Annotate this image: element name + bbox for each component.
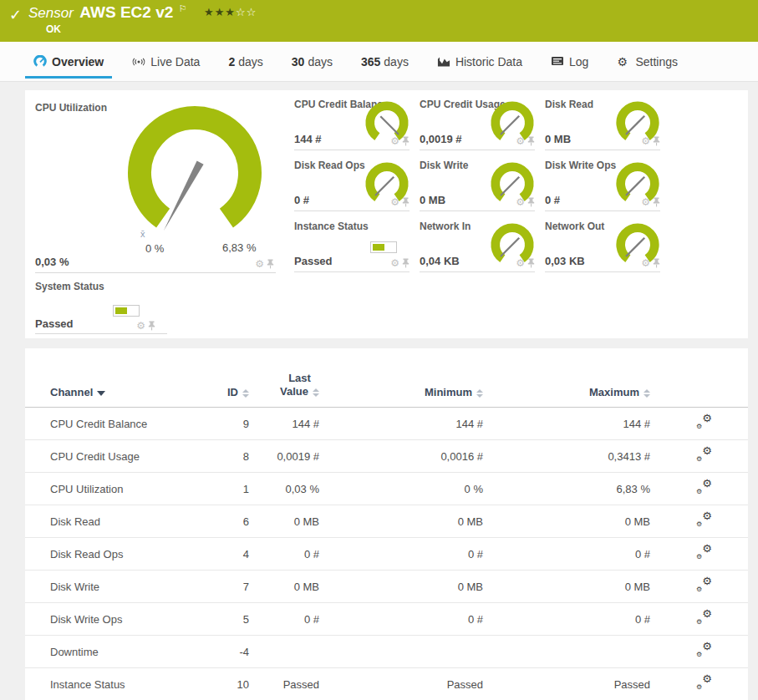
pin-icon[interactable] [148, 321, 155, 331]
rating-star-filled[interactable]: ★ [215, 6, 226, 18]
channel-name: Downtime [25, 636, 217, 668]
column-header-id[interactable]: ID [217, 372, 255, 408]
channel-id: 5 [217, 603, 255, 636]
rating-star-empty[interactable]: ☆ [247, 6, 257, 18]
gauge-title: System Status [35, 281, 104, 292]
tab-bar: OverviewLive Data2days30days365daysHisto… [0, 42, 758, 82]
gear-icon[interactable]: ⚙ [390, 197, 399, 207]
ok-check-icon: ✓ [9, 6, 22, 24]
flag-icon[interactable]: ⚐ [179, 3, 187, 13]
column-header-maximum[interactable]: Maximum [489, 372, 656, 408]
channel-settings-icon[interactable]: ⚙⚙ [696, 480, 712, 495]
tab-30-days[interactable]: 30days [283, 42, 341, 81]
status-bar-indicator [113, 305, 140, 317]
channel-maximum: 0 # [489, 603, 656, 636]
tab-label: Historic Data [455, 55, 522, 68]
table-row: Disk Read Ops40 #0 #0 #⚙⚙ [25, 538, 748, 571]
gauge-title: Disk Read [545, 99, 593, 110]
live-data-icon [132, 55, 145, 68]
gear-icon[interactable]: ⚙ [516, 136, 525, 146]
gear-icon[interactable]: ⚙ [255, 259, 264, 269]
tab-overview[interactable]: Overview [25, 42, 112, 81]
channel-settings-icon[interactable]: ⚙⚙ [696, 415, 712, 429]
tab-log[interactable]: Log [542, 42, 597, 81]
pin-icon[interactable] [402, 258, 410, 268]
sort-icon [242, 389, 249, 398]
gauge-panel-disk-read: Disk Read0 MB⚙ [545, 99, 660, 150]
sort-icon [644, 389, 650, 398]
channel-last-value [255, 636, 325, 668]
table-row: Downtime-4⚙⚙ [25, 636, 748, 668]
gauge-value: Passed [35, 317, 74, 330]
sort-icon [313, 388, 319, 397]
gauge-title: Disk Read Ops [294, 160, 365, 171]
column-header-channel[interactable]: Channel [25, 372, 217, 408]
channels-table: Channel ID Last Value Minimum Maximum [25, 372, 748, 700]
channel-id: 9 [217, 408, 255, 440]
gauge-value: 0 MB [420, 194, 445, 206]
pin-icon[interactable] [267, 259, 274, 269]
rating-star-filled[interactable]: ★ [204, 6, 215, 18]
pin-icon[interactable] [527, 197, 535, 207]
gear-icon[interactable]: ⚙ [516, 197, 525, 207]
tab-365-days[interactable]: 365days [353, 42, 417, 81]
tab-historic-data[interactable]: Historic Data [429, 42, 531, 81]
table-row: CPU Credit Balance9144 #144 #144 #⚙⚙ [25, 408, 748, 440]
column-header-minimum[interactable]: Minimum [325, 372, 489, 408]
channel-id: 4 [217, 538, 255, 571]
column-header-last-value[interactable]: Last Value [255, 372, 325, 408]
channel-name: CPU Utilization [25, 473, 217, 505]
gauge-panel-system-status: System Status Passed ⚙ [35, 281, 167, 334]
overview-gauges-card: CPU Utilization x̄ 0 % 6,83 % 0,03 % ⚙ C… [25, 90, 748, 338]
gauge-title: Network Out [545, 221, 604, 232]
channel-last-value: 0 MB [255, 505, 325, 538]
channel-settings-icon[interactable]: ⚙⚙ [696, 643, 712, 657]
sensor-name: AWS EC2 v2 [79, 3, 173, 21]
channel-maximum: 6,83 % [489, 473, 656, 505]
pin-icon[interactable] [402, 136, 410, 146]
channel-settings-icon[interactable]: ⚙⚙ [696, 676, 712, 690]
gear-icon[interactable]: ⚙ [641, 197, 650, 207]
sort-icon [476, 389, 483, 398]
pin-icon[interactable] [653, 136, 660, 146]
rating-star-empty[interactable]: ☆ [236, 6, 247, 18]
gauge-panel-instance-status: Instance StatusPassed⚙ [294, 221, 410, 272]
channel-last-value: 0,0019 # [255, 440, 325, 473]
pin-icon[interactable] [527, 136, 535, 146]
gear-icon[interactable]: ⚙ [136, 321, 145, 331]
tab-label: days [384, 55, 409, 68]
table-row: Disk Write Ops50 #0 #0 #⚙⚙ [25, 603, 748, 636]
sort-desc-icon [97, 391, 105, 396]
panel-actions: ⚙ [516, 136, 535, 146]
rating-star-filled[interactable]: ★ [225, 6, 236, 18]
gear-icon[interactable]: ⚙ [641, 136, 650, 146]
channel-id: 8 [217, 440, 255, 473]
prtg-sensor-page: ✓ Sensor AWS EC2 v2 ⚐ ★★★☆☆ OK OverviewL… [0, 0, 758, 700]
channel-last-value: 0,03 % [255, 473, 325, 505]
pin-icon[interactable] [402, 197, 410, 207]
tab-2-days[interactable]: 2days [220, 42, 271, 81]
channel-settings-icon[interactable]: ⚙⚙ [696, 448, 712, 462]
gear-icon[interactable]: ⚙ [516, 258, 525, 268]
channel-id: 1 [217, 473, 255, 505]
tab-live-data[interactable]: Live Data [124, 42, 208, 81]
panel-actions: ⚙ [641, 136, 660, 146]
channel-settings-icon[interactable]: ⚙⚙ [696, 611, 712, 625]
table-row: Disk Read60 MB0 MB0 MB⚙⚙ [25, 505, 748, 538]
table-row: Instance Status10PassedPassedPassed⚙⚙ [25, 668, 748, 700]
tab-settings[interactable]: ⚙Settings [608, 42, 686, 81]
gear-icon[interactable]: ⚙ [641, 258, 650, 268]
gear-icon[interactable]: ⚙ [390, 258, 399, 268]
channel-settings-icon[interactable]: ⚙⚙ [696, 578, 712, 592]
channel-settings-icon[interactable]: ⚙⚙ [696, 545, 712, 560]
gauge-value: 0,03 KB [545, 255, 585, 267]
panel-actions: ⚙ [390, 136, 410, 146]
channel-settings-icon[interactable]: ⚙⚙ [696, 513, 712, 527]
pin-icon[interactable] [527, 258, 535, 268]
priority-rating[interactable]: ★★★☆☆ [204, 6, 257, 18]
pin-icon[interactable] [653, 258, 660, 268]
channel-last-value: 0 MB [255, 571, 325, 603]
channel-minimum: 0 # [325, 538, 489, 571]
pin-icon[interactable] [653, 197, 660, 207]
gear-icon[interactable]: ⚙ [390, 136, 399, 146]
